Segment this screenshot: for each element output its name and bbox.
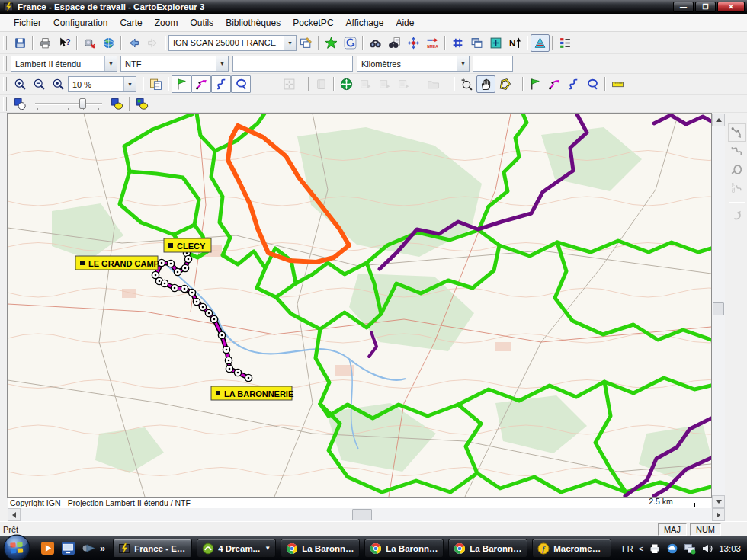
close-button[interactable]: ✕	[717, 2, 745, 12]
copy-map-button[interactable]	[146, 75, 165, 93]
track-auto-tool[interactable]	[728, 178, 746, 197]
chevron-down-icon[interactable]: ▼	[457, 56, 469, 71]
zoom-area-button[interactable]	[486, 34, 505, 52]
back-button[interactable]	[124, 34, 143, 52]
horizontal-scroll-thumb[interactable]	[352, 509, 372, 520]
circuit-button[interactable]	[231, 75, 251, 93]
zoom-out-button[interactable]	[30, 75, 49, 93]
undo-tool[interactable]	[728, 206, 746, 224]
track-button[interactable]	[211, 75, 231, 93]
export-button[interactable]	[11, 34, 30, 52]
zoom-level-combo[interactable]: 10 % ▼	[68, 76, 136, 92]
route-button[interactable]	[191, 75, 211, 93]
minimize-button[interactable]: —	[673, 2, 694, 12]
waypoint-button[interactable]	[172, 75, 191, 93]
legend-button[interactable]	[556, 34, 575, 52]
toolbar-grip[interactable]	[3, 36, 7, 50]
tray-collapse-arrow[interactable]: <	[639, 544, 643, 553]
taskbar-button-6[interactable]: Macromedi...	[532, 539, 611, 558]
zoom-in-button[interactable]	[11, 75, 30, 93]
move-to-point-button[interactable]	[404, 34, 423, 52]
print-button[interactable]	[36, 34, 55, 52]
menu-fichier[interactable]: Fichier	[8, 15, 47, 30]
clock[interactable]: 13:03	[719, 544, 741, 553]
route-create-button[interactable]	[545, 75, 564, 93]
search-list-button[interactable]	[385, 34, 404, 52]
crosshair-button[interactable]	[280, 75, 299, 93]
globe-button[interactable]	[99, 34, 118, 52]
start-button[interactable]	[3, 534, 30, 560]
measure-ruler-button[interactable]	[608, 75, 627, 93]
menu-bibliothèques[interactable]: Bibliothèques	[220, 15, 287, 30]
taskbar-button-2[interactable]: 4 Dream...▼	[197, 539, 276, 558]
cascade-windows-button[interactable]	[467, 34, 486, 52]
horizontal-scrollbar[interactable]	[8, 508, 725, 521]
track-create-button[interactable]	[564, 75, 583, 93]
map-label-le-grand-camp[interactable]: LE GRAND CAMP	[75, 256, 159, 270]
menu-carte[interactable]: Carte	[114, 15, 148, 30]
datum-combo[interactable]: NTF ▼	[120, 56, 229, 72]
chevron-down-icon[interactable]: ▼	[123, 77, 136, 91]
zoom-full-button[interactable]	[49, 75, 68, 93]
network-icon[interactable]	[684, 542, 696, 555]
favorites-star-button[interactable]	[322, 34, 341, 52]
export-map-3-button[interactable]	[394, 75, 413, 93]
export-map-2-button[interactable]	[375, 75, 394, 93]
taskbar-button-4[interactable]: La Baronne...	[364, 539, 444, 558]
opacity-slider[interactable]	[35, 96, 102, 111]
forward-button[interactable]	[143, 34, 162, 52]
recenter-button[interactable]	[337, 75, 356, 93]
gps-transfer-button[interactable]	[80, 34, 99, 52]
vertical-scroll-thumb[interactable]	[713, 302, 724, 315]
new-window-button[interactable]	[297, 34, 316, 52]
menu-affichage[interactable]: Affichage	[340, 15, 390, 30]
volume-icon[interactable]	[701, 542, 713, 555]
menu-zoom[interactable]: Zoom	[149, 15, 184, 30]
book-button[interactable]	[312, 75, 331, 93]
remote-desktop-icon[interactable]	[60, 540, 76, 556]
menu-pocketpc[interactable]: PocketPC	[287, 15, 339, 30]
opacity-mixed-button[interactable]	[133, 95, 152, 113]
circuit-create-button[interactable]	[583, 75, 602, 93]
toolbar-grip[interactable]	[3, 97, 7, 111]
group-chevron-icon[interactable]: ▼	[264, 545, 271, 552]
search-button[interactable]	[366, 34, 385, 52]
chevron-down-icon[interactable]: ▼	[216, 56, 228, 71]
context-help-button[interactable]	[55, 34, 74, 52]
antivirus-icon[interactable]	[666, 542, 678, 555]
toolbar-grip[interactable]	[3, 77, 7, 91]
taskbar-button-3[interactable]: La Baronne...	[281, 539, 360, 558]
scroll-up-button[interactable]	[712, 114, 725, 126]
scroll-down-button[interactable]	[712, 495, 725, 508]
goto-curve-button[interactable]	[341, 34, 360, 52]
scroll-left-button[interactable]	[8, 508, 21, 521]
menu-aide[interactable]: Aide	[390, 15, 420, 30]
opacity-object-button[interactable]	[107, 95, 127, 113]
3d-arrow-icon[interactable]	[81, 540, 97, 556]
coordinates-field[interactable]	[232, 56, 353, 72]
relief-3d-button[interactable]	[531, 34, 550, 52]
nmea-position-button[interactable]	[423, 34, 442, 52]
media-player-icon[interactable]	[40, 540, 56, 556]
polygon-select-button[interactable]	[495, 75, 515, 93]
toolbar-grip[interactable]	[3, 56, 7, 71]
chevron-down-icon[interactable]: ▼	[284, 36, 296, 50]
waypoint-create-button[interactable]	[526, 75, 545, 93]
zoom-select-button[interactable]	[457, 75, 476, 93]
map-label-la-baronnerie[interactable]: LA BARONNERIE	[211, 386, 293, 400]
altitude-field[interactable]	[473, 56, 513, 72]
taskbar-button-1[interactable]: France - Es...	[113, 539, 192, 558]
projection-combo[interactable]: Lambert II étendu ▼	[11, 56, 117, 72]
grid-button[interactable]	[448, 34, 467, 52]
printer-icon[interactable]	[649, 542, 661, 555]
vertical-scrollbar[interactable]	[712, 114, 725, 508]
dock-grip[interactable]	[730, 117, 744, 120]
opacity-source-button[interactable]	[11, 95, 30, 113]
map-label-clecy[interactable]: CLECY	[164, 238, 211, 252]
map-canvas[interactable]: CLECYLE GRAND CAMPLA BARONNERIE	[8, 114, 711, 497]
menu-outils[interactable]: Outils	[184, 15, 220, 30]
menu-configuration[interactable]: Configuration	[47, 15, 114, 30]
overflow-chevron[interactable]: »	[100, 542, 105, 554]
route-box-tool[interactable]	[728, 123, 746, 142]
map-layer-combo[interactable]: IGN SCAN 25000 FRANCE ▼	[168, 35, 297, 51]
